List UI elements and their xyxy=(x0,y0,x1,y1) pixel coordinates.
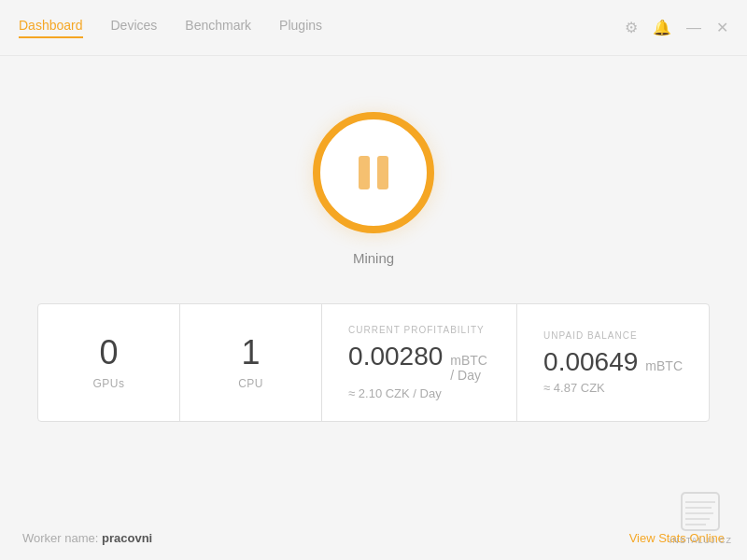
tab-plugins[interactable]: Plugins xyxy=(279,18,322,38)
title-bar: Dashboard Devices Benchmark Plugins ⚙ 🔔 … xyxy=(0,0,747,56)
stat-gpus: 0 GPUs xyxy=(38,304,180,421)
balance-unit: mBTC xyxy=(645,358,683,373)
tab-dashboard[interactable]: Dashboard xyxy=(19,18,83,38)
nav-tabs: Dashboard Devices Benchmark Plugins xyxy=(19,18,322,38)
bell-icon[interactable]: 🔔 xyxy=(653,19,671,36)
worker-prefix: Worker name: xyxy=(22,531,98,545)
mining-status-label: Mining xyxy=(353,250,394,266)
profitability-value: 0.00280 xyxy=(348,343,443,371)
cpu-label: CPU xyxy=(238,377,263,390)
main-content: Mining 0 GPUs 1 CPU CURRENT PROFITABILIT… xyxy=(0,56,747,422)
mining-button[interactable] xyxy=(313,112,434,233)
gpus-count: 0 xyxy=(100,336,119,370)
pause-bar-right xyxy=(377,156,388,189)
window-controls: ⚙ 🔔 — ✕ xyxy=(625,19,728,36)
tab-benchmark[interactable]: Benchmark xyxy=(185,18,251,38)
stat-cpu: 1 CPU xyxy=(180,304,322,421)
worker-name-area: Worker name: pracovni xyxy=(22,531,152,545)
watermark: INSTALUJ.CZ xyxy=(669,489,732,545)
close-icon[interactable]: ✕ xyxy=(716,19,728,36)
gpus-label: GPUs xyxy=(93,377,125,390)
profitability-secondary: ≈ 2.10 CZK / Day xyxy=(348,386,442,400)
stats-panel: 0 GPUs 1 CPU CURRENT PROFITABILITY 0.002… xyxy=(37,303,710,422)
stat-profitability: CURRENT PROFITABILITY 0.00280 mBTC / Day… xyxy=(322,304,517,421)
stat-balance: UNPAID BALANCE 0.00649 mBTC ≈ 4.87 CZK xyxy=(517,304,709,421)
profitability-header: CURRENT PROFITABILITY xyxy=(348,325,485,335)
balance-value: 0.00649 xyxy=(543,348,638,377)
tab-devices[interactable]: Devices xyxy=(111,18,158,38)
balance-secondary: ≈ 4.87 CZK xyxy=(543,381,605,395)
pause-bar-left xyxy=(359,156,370,189)
footer: Worker name: pracovni View Stats Online xyxy=(0,516,747,560)
worker-name-value: pracovni xyxy=(102,531,152,545)
pause-icon xyxy=(359,156,388,189)
stamp-icon xyxy=(678,489,723,534)
balance-header: UNPAID BALANCE xyxy=(543,330,638,341)
gear-icon[interactable]: ⚙ xyxy=(625,19,638,36)
instaluj-text: INSTALUJ.CZ xyxy=(669,536,732,545)
cpu-count: 1 xyxy=(242,336,261,370)
profitability-unit: mBTC / Day xyxy=(450,353,490,383)
minimize-icon[interactable]: — xyxy=(686,20,701,36)
